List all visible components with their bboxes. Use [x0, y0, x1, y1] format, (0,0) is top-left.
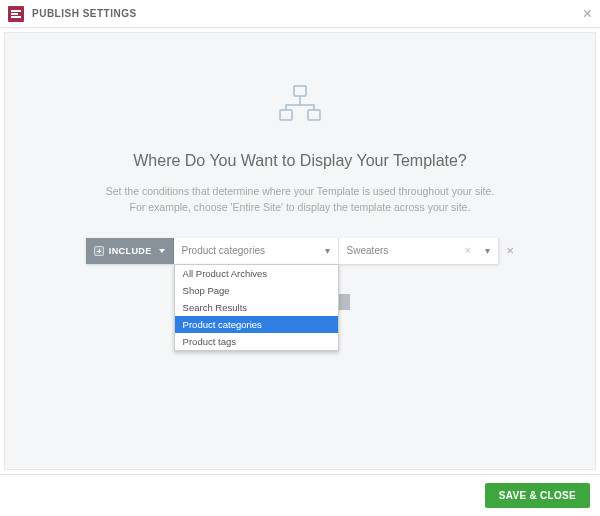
app-logo	[8, 6, 24, 22]
dropdown-item[interactable]: Product categories	[175, 316, 338, 333]
svg-rect-1	[11, 13, 18, 15]
value-select[interactable]: Sweaters × ▾	[339, 238, 499, 264]
chevron-down-icon: ▾	[477, 245, 498, 256]
svg-rect-5	[308, 110, 320, 120]
dropdown-item[interactable]: Shop Page	[175, 282, 338, 299]
svg-rect-0	[11, 10, 21, 12]
scope-select-value: Product categories	[174, 245, 317, 256]
include-label: INCLUDE	[109, 246, 152, 256]
svg-rect-3	[294, 86, 306, 96]
scope-select[interactable]: Product categories ▾ All Product Archive…	[174, 238, 339, 264]
remove-condition-icon[interactable]: ×	[507, 238, 515, 264]
plus-icon	[94, 246, 104, 256]
panel-desc-line1: Set the conditions that determine where …	[106, 185, 495, 197]
hierarchy-icon	[277, 85, 323, 124]
chevron-down-icon: ▾	[317, 245, 338, 256]
include-toggle[interactable]: INCLUDE	[86, 238, 174, 264]
dropdown-item[interactable]: Search Results	[175, 299, 338, 316]
close-icon[interactable]: ×	[583, 6, 592, 22]
main-panel: Where Do You Want to Display Your Templa…	[4, 32, 596, 470]
dropdown-item[interactable]: Product tags	[175, 333, 338, 350]
dropdown-item[interactable]: All Product Archives	[175, 265, 338, 282]
header-bar: PUBLISH SETTINGS ×	[0, 0, 600, 28]
scope-dropdown: All Product Archives Shop Page Search Re…	[174, 264, 339, 351]
panel-title: Where Do You Want to Display Your Templa…	[133, 152, 467, 170]
svg-rect-4	[280, 110, 292, 120]
panel-description: Set the conditions that determine where …	[106, 184, 495, 216]
clear-value-icon[interactable]: ×	[465, 245, 477, 256]
svg-rect-2	[11, 16, 21, 18]
header-title: PUBLISH SETTINGS	[32, 8, 137, 19]
footer-bar: SAVE & CLOSE	[0, 474, 600, 516]
condition-area: INCLUDE Product categories ▾ All Product…	[86, 238, 514, 264]
panel-desc-line2: For example, choose 'Entire Site' to dis…	[130, 201, 471, 213]
chevron-down-icon	[159, 249, 165, 253]
save-close-button[interactable]: SAVE & CLOSE	[485, 483, 590, 508]
condition-row: INCLUDE Product categories ▾ All Product…	[86, 238, 499, 264]
value-select-value: Sweaters	[339, 245, 465, 256]
